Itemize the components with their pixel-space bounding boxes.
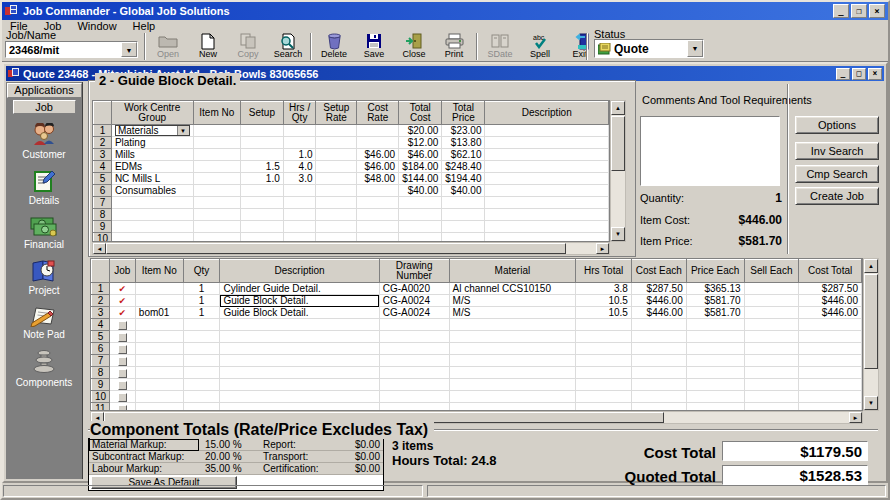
grid-cell[interactable]: Materials▼: [111, 125, 193, 137]
grid-cell[interactable]: [399, 233, 442, 243]
work-centre-combo[interactable]: Materials▼: [115, 125, 190, 136]
grid-cell[interactable]: $365.13: [686, 283, 744, 295]
row-number[interactable]: 2: [92, 295, 110, 307]
row-number[interactable]: 9: [94, 221, 112, 233]
grid-cell[interactable]: CG-A0020: [379, 283, 449, 295]
grid-cell[interactable]: [631, 367, 686, 379]
grid-cell[interactable]: [183, 379, 220, 391]
grid-cell[interactable]: [449, 343, 576, 355]
grid-cell[interactable]: [399, 197, 442, 209]
grid-cell[interactable]: [316, 209, 357, 221]
grid-cell[interactable]: [799, 379, 862, 391]
column-header[interactable]: Work Centre Group: [111, 102, 193, 125]
grid-cell[interactable]: [442, 221, 485, 233]
grid-cell[interactable]: [485, 221, 609, 233]
grid-cell[interactable]: [686, 367, 744, 379]
grid-cell[interactable]: [686, 331, 744, 343]
grid-cell[interactable]: [316, 137, 357, 149]
grid-cell[interactable]: [183, 391, 220, 403]
row-number[interactable]: 1: [94, 125, 112, 137]
grid-cell[interactable]: [357, 185, 399, 197]
grid-cell[interactable]: [485, 233, 609, 243]
grid-cell[interactable]: Al channel CCS10150: [449, 283, 576, 295]
grid-cell[interactable]: [183, 331, 220, 343]
restore-button[interactable]: ❐: [851, 4, 867, 18]
grid-cell[interactable]: [631, 319, 686, 331]
column-header[interactable]: Setup Rate: [316, 102, 357, 125]
scrollbar-thumb[interactable]: [864, 274, 878, 369]
grid-cell[interactable]: [744, 391, 799, 403]
column-header[interactable]: Material: [449, 260, 576, 283]
grid-cell[interactable]: [799, 355, 862, 367]
grid-cell[interactable]: 1: [183, 283, 220, 295]
grid-cell[interactable]: [135, 379, 183, 391]
row-number[interactable]: 11: [92, 403, 110, 412]
row-number[interactable]: 8: [94, 209, 112, 221]
grid-cell[interactable]: [193, 233, 240, 243]
minimize-button[interactable]: _: [833, 4, 849, 18]
sidebar-item-project[interactable]: Project: [6, 259, 82, 296]
grid-cell[interactable]: [449, 367, 576, 379]
grid-cell[interactable]: [799, 367, 862, 379]
grid-cell[interactable]: $446.00: [799, 307, 862, 319]
grid-cell[interactable]: [220, 403, 379, 412]
job-cell-button[interactable]: [118, 357, 127, 366]
grid-cell[interactable]: [193, 209, 240, 221]
inv-search-button[interactable]: Inv Search: [795, 142, 879, 160]
column-header[interactable]: Setup: [241, 102, 284, 125]
grid-cell[interactable]: [576, 343, 632, 355]
chevron-down-icon[interactable]: ▼: [687, 40, 703, 57]
grid-cell[interactable]: bom01: [135, 307, 183, 319]
grid-cell[interactable]: [220, 343, 379, 355]
grid-cell[interactable]: [241, 221, 284, 233]
grid-cell[interactable]: $287.50: [799, 283, 862, 295]
grid-cell[interactable]: [283, 185, 316, 197]
options-button[interactable]: Options: [795, 116, 879, 134]
grid-cell[interactable]: [109, 391, 135, 403]
column-header[interactable]: Cost Rate: [357, 102, 399, 125]
horizontal-scrollbar[interactable]: ◄ ►: [92, 242, 610, 255]
grid-cell[interactable]: [193, 221, 240, 233]
grid-cell[interactable]: [220, 319, 379, 331]
grid-cell[interactable]: $446.00: [631, 295, 686, 307]
grid-cell[interactable]: [379, 367, 449, 379]
grid-cell[interactable]: 1.0: [283, 149, 316, 161]
grid-cell[interactable]: [744, 355, 799, 367]
grid-cell[interactable]: [686, 403, 744, 412]
grid-cell[interactable]: [744, 403, 799, 412]
grid-cell[interactable]: [357, 197, 399, 209]
grid-cell[interactable]: [193, 197, 240, 209]
grid-cell[interactable]: 1: [183, 295, 220, 307]
grid-cell[interactable]: [485, 209, 609, 221]
material-markup-value[interactable]: 15.00 %: [199, 439, 263, 450]
grid-cell[interactable]: [576, 391, 632, 403]
sidebar-item-components[interactable]: Components: [6, 349, 82, 388]
grid-cell[interactable]: [220, 355, 379, 367]
grid-cell[interactable]: [449, 391, 576, 403]
scroll-up-icon[interactable]: ▲: [864, 259, 878, 273]
grid-cell[interactable]: [379, 331, 449, 343]
chevron-down-icon[interactable]: ▼: [121, 42, 137, 57]
grid-cell[interactable]: $184.00: [399, 161, 442, 173]
grid-cell[interactable]: [379, 391, 449, 403]
material-markup-label[interactable]: Material Markup:: [89, 439, 199, 451]
grid-cell[interactable]: [799, 343, 862, 355]
comments-textarea[interactable]: [640, 116, 780, 186]
grid-cell[interactable]: [379, 379, 449, 391]
grid-cell[interactable]: [357, 137, 399, 149]
grid-cell[interactable]: $581.70: [686, 307, 744, 319]
close-window-button[interactable]: Close: [394, 32, 434, 61]
create-job-button[interactable]: Create Job: [795, 187, 879, 205]
grid-cell[interactable]: ✔: [109, 283, 135, 295]
column-header[interactable]: Description: [220, 260, 379, 283]
grid-cell[interactable]: [241, 149, 284, 161]
grid-cell[interactable]: $48.00: [357, 173, 399, 185]
row-number[interactable]: 9: [92, 379, 110, 391]
grid-cell[interactable]: [111, 221, 193, 233]
grid-cell[interactable]: $20.00: [399, 125, 442, 137]
grid-cell[interactable]: [183, 367, 220, 379]
grid-cell[interactable]: $46.00: [399, 149, 442, 161]
tab-applications[interactable]: Applications: [7, 83, 82, 98]
grid-cell[interactable]: EDMs: [111, 161, 193, 173]
grid-cell[interactable]: [686, 391, 744, 403]
